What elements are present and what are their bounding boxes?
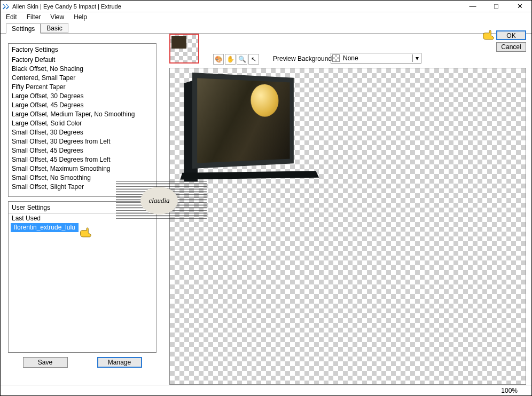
user-settings-list[interactable]: User Settings Last Used florentin_extrud…	[8, 201, 157, 353]
tool-zoom-icon[interactable]: 🔍	[237, 54, 247, 65]
save-button[interactable]: Save	[23, 357, 68, 368]
list-item-selected[interactable]: florentin_extrude_lulu	[11, 223, 79, 232]
window-title: Alien Skin | Eye Candy 5 Impact | Extrud…	[12, 3, 461, 10]
tab-row: Settings Basic	[1, 22, 531, 34]
thumbnail[interactable]	[169, 34, 199, 64]
list-item[interactable]: Black Offset, No Shading	[9, 65, 156, 74]
app-icon	[2, 3, 9, 10]
list-item[interactable]: Factory Default	[9, 56, 156, 65]
close-button[interactable]: ✕	[508, 1, 531, 12]
manage-button[interactable]: Manage	[97, 357, 142, 368]
chevron-down-icon: ▾	[412, 54, 421, 62]
list-item[interactable]: Small Offset, No Smoothing	[9, 173, 156, 183]
menu-edit[interactable]: Edit	[6, 13, 17, 21]
status-bar: 100%	[1, 385, 531, 395]
list-item[interactable]: Small Offset, 30 Degrees from Left	[9, 137, 156, 146]
zoom-level: 100%	[501, 387, 518, 394]
factory-settings-list[interactable]: Factory Settings Factory Default Black O…	[8, 43, 157, 197]
list-item[interactable]: Fifty Percent Taper	[9, 83, 156, 92]
menu-filter[interactable]: Filter	[27, 13, 41, 21]
list-item[interactable]: Last Used	[9, 214, 156, 223]
swatch-icon	[332, 54, 340, 62]
list-item[interactable]: Small Offset, Slight Taper	[9, 183, 156, 192]
tab-settings[interactable]: Settings	[6, 23, 41, 34]
preview-bg-select[interactable]: None ▾	[331, 53, 421, 64]
list-item[interactable]: Large Offset, 45 Degrees	[9, 101, 156, 110]
tool-hand-icon[interactable]: ✋	[225, 54, 236, 65]
preview-canvas[interactable]	[169, 68, 526, 385]
tool-pointer-icon[interactable]: ↖	[248, 54, 259, 65]
tool-color-icon[interactable]: 🎨	[213, 54, 224, 65]
list-item[interactable]: Small Offset, 30 Degrees	[9, 128, 156, 137]
titlebar: Alien Skin | Eye Candy 5 Impact | Extrud…	[1, 1, 531, 12]
minimize-button[interactable]: —	[461, 1, 484, 12]
factory-settings-header: Factory Settings	[9, 44, 156, 56]
tab-basic[interactable]: Basic	[41, 23, 68, 33]
list-item[interactable]: Small Offset, Maximum Smoothing	[9, 164, 156, 173]
menu-help[interactable]: Help	[74, 13, 87, 21]
preview-bg-value: None	[343, 54, 358, 62]
list-item[interactable]: Small Offset, 45 Degrees	[9, 146, 156, 155]
menubar: Edit Filter View Help	[1, 12, 531, 22]
thumbnail-image	[171, 36, 186, 49]
cancel-button[interactable]: Cancel	[496, 42, 526, 52]
maximize-button[interactable]: □	[484, 1, 508, 12]
list-item[interactable]: Large Offset, Solid Color	[9, 119, 156, 128]
list-item[interactable]: Centered, Small Taper	[9, 74, 156, 83]
list-item[interactable]: Large Offset, Medium Taper, No Smoothing	[9, 110, 156, 119]
list-item[interactable]: Large Offset, 30 Degrees	[9, 92, 156, 101]
user-settings-header: User Settings	[9, 202, 156, 214]
preview-object	[171, 73, 326, 201]
body-area: OK Cancel 🎨 ✋ 🔍 ↖ Preview Background: No…	[1, 34, 531, 385]
ok-button[interactable]: OK	[496, 30, 526, 40]
menu-view[interactable]: View	[50, 13, 64, 21]
list-item[interactable]: Small Offset, 45 Degrees from Left	[9, 155, 156, 164]
preview-bg-label: Preview Background:	[273, 55, 333, 62]
